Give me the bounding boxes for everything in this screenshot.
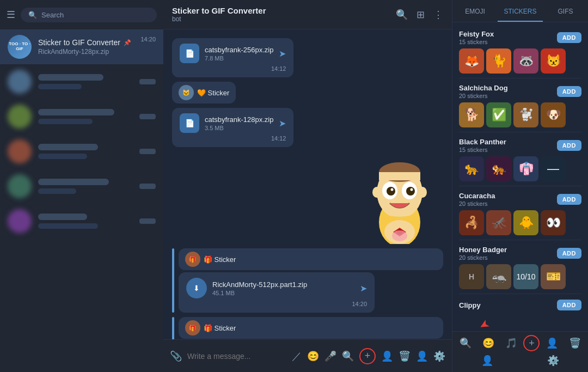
sticker-thumb-cuca-4[interactable]: 👀 (541, 210, 566, 235)
svg-point-10 (372, 187, 381, 198)
sticker-label-2: 🎁 Sticker (204, 255, 236, 264)
section-honey-badger: Honey Badger 20 stickers ADD H 🦡 10/10 🎫 (452, 242, 588, 291)
sticker-thumb-dog-1[interactable]: 🐕 (459, 102, 484, 127)
sidebar-item-4[interactable] (0, 134, 163, 169)
bottom-trash-icon[interactable]: 🗑️ (565, 335, 585, 351)
file-bubble-2: 📄 catsbyfrank-128px.zip 3.5 MB ➤ 14:12 (172, 108, 293, 147)
search-box[interactable]: 🔍 Search (21, 8, 157, 22)
file-size-1: 7.8 MB (205, 55, 273, 62)
plus-button[interactable]: + (359, 348, 376, 364)
file-icon-1: 📄 (180, 44, 199, 63)
sidebar-item-5[interactable] (0, 169, 163, 204)
sticker-thumb-cuca-2[interactable]: 🦟 (486, 210, 511, 235)
slash-icon[interactable]: ／ (292, 350, 302, 363)
sticker-thumb-hb-2[interactable]: 🦡 (486, 264, 511, 289)
menu-icon[interactable]: ☰ (7, 9, 15, 21)
layout-icon[interactable]: ⊞ (416, 9, 425, 21)
sticker-bubble-2: 🎁 🎁 Sticker (179, 248, 443, 270)
sticker-thumb-hb-3[interactable]: 10/10 (513, 264, 538, 289)
sticker-previews-feisty-fox: 🦊 🐈 🦝 😾 (459, 48, 581, 74)
search-chat-icon[interactable]: 🔍 (396, 9, 408, 21)
sticker-label-3: 🎁 Sticker (204, 324, 236, 332)
sticker-thumb-cuca-1[interactable]: 🦂 (459, 210, 484, 235)
svg-point-7 (406, 187, 415, 196)
sticker-thumb-panther-3[interactable]: 👘 (513, 156, 538, 181)
section-name-honey-badger: Honey Badger (459, 246, 507, 254)
sticker-thumb-cuca-3[interactable]: 🐥 (513, 210, 538, 235)
avatar-4 (8, 139, 32, 163)
section-cucaracha: Cucaracha 20 stickers ADD 🦂 🦟 🐥 👀 (452, 188, 588, 237)
bottom-search-icon[interactable]: 🔍 (455, 335, 476, 351)
sticker-thumb-dog-4[interactable]: 🐶 (541, 102, 566, 127)
sidebar-item-sticker-bot[interactable]: TOO · TO · GIF Sticker to GIF Converter … (0, 29, 163, 64)
sticker-thumb-fox-2[interactable]: 🐈 (486, 48, 511, 74)
bottom-music-icon[interactable]: 🎵 (501, 335, 522, 351)
person-icon[interactable]: 👤 (381, 350, 393, 362)
file-name-1: catsbyfrank-256px.zip (205, 46, 273, 54)
sidebar-item-3[interactable] (0, 99, 163, 134)
section-black-panther: Black Panther 15 stickers ADD 🐆 🐅 👘 — (452, 135, 588, 184)
file-size-2: 3.5 MB (205, 125, 273, 131)
sticker-thumb-panther-2[interactable]: 🐅 (486, 156, 511, 181)
sticker-avatar-1: 🐱 (179, 85, 194, 100)
more-icon[interactable]: ⋮ (433, 9, 443, 21)
add-btn-cucaracha[interactable]: ADD (557, 194, 581, 205)
bottom-emoji-icon[interactable]: 😊 (478, 335, 499, 351)
sidebar-item-6[interactable] (0, 204, 163, 239)
message-input[interactable] (187, 352, 286, 361)
sticker-thumb-panther-4[interactable]: — (541, 156, 566, 181)
trash-icon[interactable]: 🗑️ (399, 350, 411, 362)
svg-rect-3 (379, 172, 420, 180)
add-btn-feisty-fox[interactable]: ADD (557, 32, 581, 43)
mic-icon[interactable]: 🎤 (324, 350, 336, 362)
bottom-person-icon[interactable]: 👤 (542, 335, 562, 351)
file-size-3: 45.1 MB (212, 290, 354, 296)
tab-stickers[interactable]: STICKERS (498, 0, 543, 22)
sticker-thumb-fox-1[interactable]: 🦊 (459, 48, 484, 74)
sticker-thumb-dog-3[interactable]: 🐩 (513, 102, 538, 127)
sticker-thumb-fox-3[interactable]: 🦝 (513, 48, 538, 74)
tab-gifs[interactable]: GIFS (543, 0, 588, 22)
bottom-settings-icon[interactable]: ⚙️ (543, 352, 564, 369)
sticker-tabs: EMOJI STICKERS GIFS (452, 0, 588, 22)
forward-icon-2[interactable]: ➤ (279, 118, 286, 129)
forward-icon-3[interactable]: ➤ (360, 283, 367, 294)
sticker-thumb-fox-4[interactable]: 😾 (541, 48, 566, 74)
sticker-thumb-hb-1[interactable]: H (459, 264, 484, 289)
search-label: Search (41, 11, 64, 19)
add-btn-honey-badger[interactable]: ADD (557, 248, 581, 259)
avatar-2 (8, 70, 32, 94)
svg-point-8 (391, 188, 394, 191)
sticker-avatar-2: 🎁 (185, 252, 200, 267)
settings-icon[interactable]: ⚙️ (433, 350, 445, 362)
attach-icon[interactable]: 📎 (170, 350, 182, 362)
add-btn-salchicha-dog[interactable]: ADD (557, 86, 581, 97)
bottom-person2-icon[interactable]: 👤 (477, 352, 498, 369)
bottom-plus-button[interactable]: + (523, 335, 540, 351)
file-name-2: catsbyfrank-128px.zip (205, 115, 273, 124)
msg-group-file1: 📄 catsbyfrank-256px.zip 7.8 MB ➤ 14:12 (172, 38, 443, 77)
msg-group-sticker-label1: 🐱 🧡 Sticker (172, 82, 443, 103)
forward-icon-1[interactable]: ➤ (279, 48, 286, 59)
avatar-6 (8, 209, 32, 233)
add-btn-black-panther[interactable]: ADD (557, 140, 581, 151)
sticker-search-icon[interactable]: 🔍 (342, 350, 354, 362)
msg-time-3: 14:20 (186, 301, 367, 307)
avatar-5 (8, 174, 32, 198)
sticker-thumb-hb-4[interactable]: 🎫 (541, 264, 566, 289)
section-count-cucaracha: 20 stickers (459, 200, 495, 207)
section-count-feisty-fox: 15 stickers (459, 39, 494, 45)
emoji-icon[interactable]: 😊 (307, 350, 319, 362)
sticker-thumb-panther-1[interactable]: 🐆 (459, 156, 484, 181)
section-count-salchicha-dog: 20 stickers (459, 93, 508, 99)
sticker-bubble-1: 🐱 🧡 Sticker (172, 82, 236, 103)
sticker-thumb-dog-2[interactable]: ✅ (486, 102, 511, 127)
add-btn-clippy[interactable]: ADD (557, 300, 581, 310)
sticker-previews-black-panther: 🐆 🐅 👘 — (459, 156, 581, 181)
section-name-clippy: Clippy (459, 301, 481, 309)
tab-emoji[interactable]: EMOJI (452, 0, 498, 22)
chat-title: Sticker to GIF Converter bot (172, 6, 389, 23)
person2-icon[interactable]: 👤 (416, 350, 428, 362)
sidebar-item-2[interactable] (0, 64, 163, 99)
section-count-honey-badger: 20 stickers (459, 254, 507, 261)
